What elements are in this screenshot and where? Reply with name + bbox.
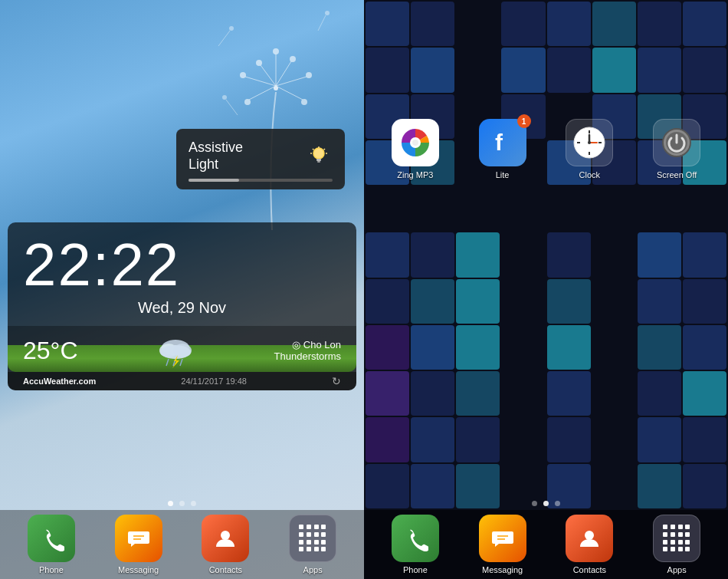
fb-badge: 1 [517, 114, 531, 128]
dock-apps-right-label: Apps [667, 565, 687, 574]
assistive-light-widget: Assistive Light [176, 129, 345, 189]
dock-messaging-right-label: Messaging [482, 565, 523, 574]
svg-line-13 [276, 86, 303, 100]
assistive-slider-fill [189, 179, 239, 182]
svg-point-57 [585, 531, 594, 540]
weather-condition: Thunderstorms [274, 350, 341, 362]
svg-point-21 [313, 148, 324, 159]
dock-apps-left[interactable]: Apps [278, 515, 347, 574]
dock-phone-right-label: Phone [403, 565, 428, 574]
clock-section: 22:22 Wed, 29 Nov [8, 222, 356, 326]
left-page-indicators [0, 501, 364, 506]
dock-messaging-left[interactable]: Messaging [104, 515, 173, 574]
svg-text:f: f [495, 130, 503, 155]
page-dot-3[interactable] [191, 501, 196, 506]
svg-line-26 [324, 149, 326, 150]
footer-date: 24/11/2017 19:48 [181, 377, 247, 386]
svg-line-19 [226, 100, 238, 115]
phone-icon-left[interactable] [28, 515, 75, 562]
svg-line-35 [180, 359, 182, 366]
app-fb-lite[interactable]: 1 f Lite [468, 119, 537, 179]
svg-point-10 [306, 72, 312, 78]
svg-point-20 [222, 95, 227, 100]
apps-icon-left[interactable] [289, 515, 336, 562]
assistive-title: Assistive Light [189, 140, 243, 173]
right-page-dot-1[interactable] [532, 501, 537, 506]
dock-apps-right[interactable]: Apps [642, 515, 711, 574]
phone-icon-right[interactable] [392, 515, 439, 562]
page-dot-2[interactable] [179, 501, 185, 506]
apps-row: Zing MP3 1 f Lite [364, 119, 728, 179]
dock-contacts-right[interactable]: Contacts [555, 515, 624, 574]
svg-rect-22 [316, 159, 321, 161]
right-page-dot-3[interactable] [555, 501, 560, 506]
svg-rect-23 [317, 161, 320, 163]
dock-contacts-left[interactable]: Contacts [191, 515, 260, 574]
contacts-icon-right[interactable] [566, 515, 613, 562]
weather-right: ◎ Cho Lon Thunderstorms [274, 339, 341, 362]
svg-point-4 [290, 56, 296, 62]
svg-line-11 [249, 86, 276, 100]
svg-point-18 [325, 11, 330, 15]
contacts-icon-left[interactable] [202, 515, 249, 562]
assistive-light-top: Assistive Light [189, 140, 333, 173]
dandelion-decoration [195, 0, 349, 230]
svg-point-6 [273, 48, 279, 54]
zing-label: Zing MP3 [397, 170, 433, 179]
apps-grid-dots-right [661, 523, 692, 554]
weather-temp: 25°C [23, 337, 78, 365]
dock-phone-left-label: Phone [39, 565, 64, 574]
svg-point-16 [229, 26, 234, 31]
messaging-icon-right[interactable] [479, 515, 526, 562]
dock-messaging-right[interactable]: Messaging [468, 515, 537, 574]
svg-line-7 [245, 77, 276, 86]
svg-point-43 [412, 140, 418, 146]
svg-point-14 [301, 99, 307, 105]
widget-footer: AccuWeather.com 24/11/2017 19:48 ↻ [8, 372, 356, 390]
dock-apps-left-label: Apps [303, 565, 323, 574]
right-page-dot-2[interactable] [543, 501, 549, 506]
app-screen-off[interactable]: Screen Off [642, 119, 711, 179]
accu-weather-logo: AccuWeather.com [23, 377, 96, 386]
svg-line-15 [218, 31, 230, 46]
weather-bottom: 25°C ◎ Cho Lon Thunderstorms [8, 326, 356, 372]
svg-point-32 [160, 345, 191, 359]
screenoff-icon[interactable] [653, 119, 700, 166]
clock-weather-widget: 22:22 Wed, 29 Nov 25°C ◎ [8, 222, 356, 390]
right-page-indicators [364, 501, 728, 506]
dock-contacts-left-label: Contacts [209, 565, 242, 574]
fb-label: Lite [496, 170, 510, 179]
fb-icon[interactable]: 1 f [479, 119, 526, 166]
dock-phone-left[interactable]: Phone [17, 515, 86, 574]
svg-point-12 [244, 99, 251, 105]
dock-messaging-left-label: Messaging [118, 565, 159, 574]
right-panel: Zing MP3 1 f Lite [364, 0, 728, 579]
left-dock: Phone Messaging Contacts [0, 510, 364, 579]
weather-location: ◎ Cho Lon [292, 339, 341, 350]
app-clock[interactable]: Clock [555, 119, 624, 179]
apps-grid-dots-left [297, 523, 328, 554]
storm-icon [155, 334, 197, 368]
svg-point-39 [221, 531, 230, 540]
bulb-icon[interactable] [305, 143, 333, 170]
svg-point-2 [256, 60, 262, 66]
apps-icon-right[interactable] [653, 515, 700, 562]
clock-date: Wed, 29 Nov [23, 299, 341, 317]
dock-phone-right[interactable]: Phone [381, 515, 450, 574]
clock-icon[interactable] [566, 119, 613, 166]
page-dot-1[interactable] [168, 501, 173, 506]
svg-line-1 [261, 65, 276, 86]
refresh-icon[interactable]: ↻ [332, 375, 341, 387]
svg-line-25 [313, 149, 314, 150]
right-dock: Phone Messaging Contacts [364, 510, 728, 579]
svg-point-8 [240, 72, 246, 78]
assistive-slider[interactable] [189, 179, 333, 182]
clock-time: 22:22 [23, 235, 341, 294]
svg-line-33 [166, 359, 169, 366]
messaging-icon-left[interactable] [115, 515, 162, 562]
svg-point-52 [588, 141, 591, 144]
zing-icon[interactable] [392, 119, 439, 166]
app-zing-mp3[interactable]: Zing MP3 [381, 119, 450, 179]
svg-line-17 [318, 15, 326, 31]
dock-contacts-right-label: Contacts [573, 565, 606, 574]
